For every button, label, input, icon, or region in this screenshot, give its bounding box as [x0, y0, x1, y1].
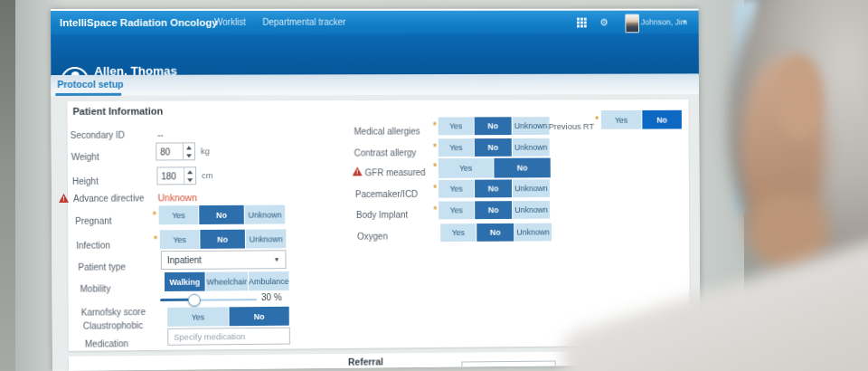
nav-departmental-tracker[interactable]: Departmental tracker: [262, 11, 345, 34]
stepper-up-icon[interactable]: [184, 143, 194, 151]
claustrophobic-toggle: Yes No: [167, 307, 289, 327]
mobility-option-walking[interactable]: Walking: [165, 272, 205, 291]
wall-background: [0, 0, 15, 371]
body-implant-toggle: Yes No Unknown: [439, 201, 550, 219]
stepper-down-icon[interactable]: [184, 151, 194, 159]
weight-spin-buttons: [183, 143, 194, 159]
oxygen-option-yes[interactable]: Yes: [440, 224, 476, 242]
required-asterisk: *: [433, 206, 437, 214]
medical-allergies-option-yes[interactable]: Yes: [439, 117, 474, 135]
height-label: Height: [72, 176, 99, 186]
pacemaker-label: Pacemaker/ICD: [355, 189, 418, 199]
apps-grid-icon[interactable]: [577, 18, 587, 28]
nav-worklist[interactable]: Worklist: [214, 11, 246, 34]
contrast-allergy-option-yes[interactable]: Yes: [439, 138, 474, 157]
required-asterisk: *: [433, 185, 437, 192]
mobility-option-ambulance[interactable]: Ambulance: [249, 271, 289, 290]
infection-toggle: Yes No Unknown: [160, 229, 287, 249]
contrast-allergy-option-unknown[interactable]: Unknown: [513, 138, 550, 157]
claustrophobic-label: Claustrophobic: [83, 320, 143, 331]
stepper-down-icon[interactable]: [184, 176, 195, 184]
gfr-measured-toggle: Yes No: [439, 158, 551, 178]
advance-directive-label: Advance directive: [73, 193, 145, 203]
previous-rt-option-yes[interactable]: Yes: [601, 110, 642, 129]
pregnant-option-no[interactable]: No: [199, 205, 244, 224]
secondary-id-value: --: [157, 130, 164, 140]
infection-option-yes[interactable]: Yes: [160, 230, 200, 249]
karnofsky-slider-handle[interactable]: [188, 294, 201, 307]
height-spin-buttons: [184, 167, 195, 184]
pregnant-option-unknown[interactable]: Unknown: [245, 205, 286, 224]
mobility-label: Mobility: [80, 283, 110, 293]
user-menu-caret-icon[interactable]: ▾: [683, 11, 686, 34]
medication-label: Medication: [85, 338, 128, 348]
patient-type-value: Inpatient: [167, 255, 202, 265]
infection-label: Infection: [76, 241, 110, 251]
required-asterisk: *: [433, 163, 437, 170]
height-input[interactable]: [157, 167, 184, 184]
claustrophobic-option-yes[interactable]: Yes: [167, 307, 228, 326]
medical-allergies-label: Medical allergies: [354, 127, 420, 137]
app-topbar: IntelliSpace Radiation Oncology Worklist…: [51, 11, 699, 34]
tab-protocol-setup[interactable]: Protocol setup: [57, 79, 123, 90]
previous-rt-option-no[interactable]: No: [642, 110, 682, 129]
height-stepper[interactable]: [156, 166, 196, 185]
medical-allergies-option-no[interactable]: No: [475, 117, 512, 135]
patient-banner: Allen, Thomas Gender Male MRN ESTRO_6 DO…: [51, 33, 699, 77]
weight-stepper[interactable]: [156, 142, 195, 160]
pregnant-option-yes[interactable]: Yes: [159, 205, 199, 224]
claustrophobic-option-no[interactable]: No: [229, 307, 288, 326]
required-asterisk: *: [433, 143, 437, 150]
user-avatar[interactable]: [625, 14, 639, 33]
pacemaker-option-yes[interactable]: Yes: [439, 180, 474, 198]
user-name[interactable]: Johnson, Jim: [641, 11, 687, 34]
gfr-measured-label: GFR measured: [365, 167, 426, 177]
mobility-toggle: Walking Wheelchair Ambulance: [165, 271, 289, 291]
body-implant-option-no[interactable]: No: [475, 201, 512, 219]
body-implant-option-unknown[interactable]: Unknown: [513, 201, 550, 219]
medical-allergies-option-unknown[interactable]: Unknown: [513, 117, 550, 135]
weight-unit: kg: [201, 146, 210, 156]
person-face: [741, 58, 825, 239]
oxygen-label: Oxygen: [357, 232, 388, 242]
patient-type-label: Patient type: [78, 262, 126, 271]
karnofsky-label: Karnofsky score: [81, 307, 146, 318]
medication-input[interactable]: [167, 328, 290, 346]
required-asterisk: *: [595, 116, 599, 123]
height-unit: cm: [202, 170, 213, 180]
patient-type-select[interactable]: Inpatient ▼: [161, 250, 287, 270]
pregnant-label: Pregnant: [75, 216, 112, 226]
secondary-id-label: Secondary ID: [71, 130, 125, 140]
medical-allergies-toggle: Yes No Unknown: [439, 117, 550, 135]
contrast-allergy-label: Contrast allergy: [354, 147, 417, 157]
app-title: IntelliSpace Radiation Oncology: [60, 11, 218, 34]
oxygen-option-no[interactable]: No: [476, 224, 514, 242]
gfr-option-no[interactable]: No: [494, 158, 550, 178]
oxygen-toggle: Yes No Unknown: [440, 224, 552, 243]
body-implant-option-yes[interactable]: Yes: [439, 201, 474, 219]
oxygen-option-unknown[interactable]: Unknown: [514, 224, 552, 242]
weight-input[interactable]: [156, 143, 183, 159]
pacemaker-option-no[interactable]: No: [475, 179, 512, 197]
pregnant-toggle: Yes No Unknown: [159, 205, 286, 225]
person-ear: [776, 54, 823, 139]
referral-title: Referral: [348, 356, 383, 366]
mobility-option-wheelchair[interactable]: Wheelchair: [206, 271, 249, 290]
tab-strip: Protocol setup: [51, 73, 699, 96]
settings-gear-icon[interactable]: ⚙: [599, 11, 609, 34]
advance-directive-value: Unknown: [158, 192, 197, 203]
gfr-option-yes[interactable]: Yes: [439, 158, 494, 178]
pacemaker-option-unknown[interactable]: Unknown: [513, 179, 550, 197]
infection-option-no[interactable]: No: [200, 230, 245, 249]
contrast-allergy-toggle: Yes No Unknown: [439, 138, 550, 157]
weight-label: Weight: [71, 152, 99, 162]
contrast-allergy-option-no[interactable]: No: [475, 138, 512, 157]
application-screen: IntelliSpace Radiation Oncology Worklist…: [51, 9, 701, 371]
pacemaker-toggle: Yes No Unknown: [439, 179, 550, 197]
previous-rt-label: Previous RT: [549, 121, 595, 131]
person-hair: [729, 0, 868, 277]
stepper-up-icon[interactable]: [184, 167, 195, 176]
section-title: Patient Information: [72, 106, 163, 117]
infection-option-unknown[interactable]: Unknown: [246, 229, 287, 248]
previous-rt-toggle: Yes No: [601, 110, 682, 129]
